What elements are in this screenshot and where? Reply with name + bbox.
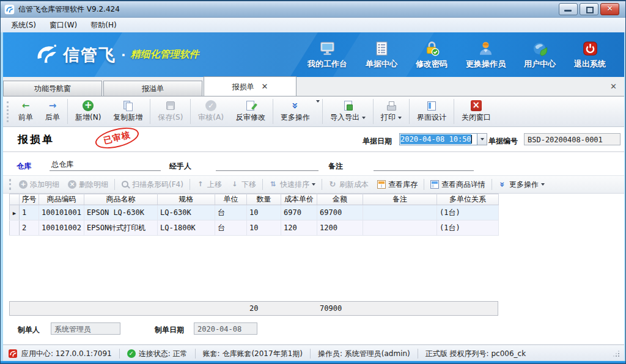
- move-down-button: 下移: [226, 180, 260, 190]
- menu-window[interactable]: 窗口(W): [43, 18, 84, 32]
- resize-grip[interactable]: [613, 351, 619, 357]
- tab-loss-order[interactable]: 报损单 ✕: [204, 76, 296, 96]
- account-set-text: 账套: 仓库账套(2017年第1期): [203, 349, 303, 359]
- chevron-down-icon: [481, 138, 484, 142]
- user-center-button[interactable]: 用户中心: [524, 40, 556, 70]
- quick-sort-icon: [269, 180, 278, 189]
- close-window-button[interactable]: 关闭窗口: [455, 98, 497, 125]
- menu-bar: 系统(S) 窗口(W) 帮助(H): [1, 18, 625, 32]
- dropdown-caret-icon: [541, 183, 545, 187]
- toolbar-separator: [322, 99, 323, 124]
- document-center-button[interactable]: 单据中心: [366, 40, 397, 70]
- view-stock-button[interactable]: 查看库存: [373, 180, 422, 190]
- unaudit-button[interactable]: 反审修改: [230, 98, 271, 125]
- add-detail-icon: [19, 180, 28, 189]
- brand-banner: 信管飞 · 精细化管理软件 我的工作台: [3, 32, 624, 77]
- move-down-icon: [230, 180, 239, 189]
- tab-close-icon[interactable]: ✕: [262, 82, 268, 90]
- app-center-logo-icon: [8, 349, 18, 359]
- brand-name: 信管飞: [63, 44, 116, 66]
- my-workbench-button[interactable]: 我的工作台: [307, 40, 347, 70]
- warehouse-input[interactable]: 总仓库: [50, 159, 161, 171]
- brand-swoosh-icon: [35, 43, 58, 67]
- col-qty: 数量: [247, 194, 281, 205]
- col-code: 商品编码: [39, 194, 84, 205]
- detail-toolbar: 添加明细 删除明细 扫描条形码(F4) 上移 下移 快速排序 刷新成本 查看库存…: [3, 175, 624, 194]
- close-button[interactable]: ✕: [600, 3, 619, 15]
- col-seq: 序号: [20, 194, 39, 205]
- save-button: 保存(S): [152, 98, 189, 125]
- toolbar-separator: [190, 99, 191, 124]
- dropdown-caret-icon: [362, 117, 366, 121]
- switch-operator-user-icon: [477, 40, 494, 57]
- menu-help[interactable]: 帮助(H): [84, 18, 123, 32]
- remark-label: 备注: [328, 161, 343, 172]
- statusbar-separator: [310, 349, 311, 359]
- more-ops-chevron-icon: [498, 180, 507, 189]
- grid-row-2[interactable]: 2 100101002 EPSON针式打印机 LQ-1800K 台 10 120…: [10, 220, 499, 236]
- add-detail-button: 添加明细: [15, 180, 64, 190]
- import-export-button[interactable]: 导入导出: [324, 98, 372, 125]
- detail-toolbar-separator: [424, 179, 424, 190]
- remark-input[interactable]: [374, 159, 474, 171]
- prev-doc-button[interactable]: 前单: [12, 98, 39, 125]
- import-export-icon: [342, 100, 353, 111]
- view-stock-grid-icon: [377, 180, 386, 189]
- detail-more-operations-button[interactable]: 更多操作: [494, 180, 549, 190]
- toolbar-separator: [409, 99, 410, 124]
- view-product-detail-icon: [430, 180, 439, 189]
- quick-sort-button: 快速排序: [265, 180, 320, 190]
- view-product-detail-button[interactable]: 查看商品详情: [426, 180, 490, 190]
- minimize-button[interactable]: [559, 3, 578, 15]
- change-password-button[interactable]: 修改密码: [416, 40, 447, 70]
- more-operations-button[interactable]: 更多操作: [274, 98, 316, 125]
- audit-check-icon: [205, 100, 216, 111]
- maker-label: 制单人: [18, 325, 40, 335]
- user-center-globe-icon: [532, 40, 548, 57]
- tab-function-nav[interactable]: 功能导航窗: [3, 81, 102, 96]
- next-arrow-icon: [47, 100, 58, 111]
- maker-field: 系统管理员: [51, 322, 120, 335]
- delete-detail-button: 删除明细: [64, 180, 112, 190]
- grid-row-1[interactable]: ▶ 1 100101001 EPSON LQ-630K LQ-630K 台 10…: [10, 205, 499, 220]
- delete-detail-icon: [68, 180, 76, 189]
- doc-date-input[interactable]: 2020-04-08 10:50: [399, 133, 477, 145]
- make-date-label: 制单日期: [155, 325, 184, 335]
- menu-system[interactable]: 系统(S): [4, 18, 43, 32]
- move-up-icon: [196, 180, 205, 189]
- toolbar-overflow-icon[interactable]: [316, 100, 320, 104]
- change-password-lock-icon: [424, 40, 440, 57]
- restore-button[interactable]: [580, 3, 598, 15]
- statusbar-separator: [119, 349, 120, 359]
- col-spec: 规格: [158, 194, 215, 205]
- text-cursor: [471, 135, 472, 144]
- ui-design-button[interactable]: 界面设计: [411, 98, 452, 125]
- detail-grid: 序号 商品编码 商品名称 规格 单位 数量 成本单价 金额 备注 多单位关系 ▶…: [9, 194, 499, 236]
- dropdown-caret-icon: [312, 183, 315, 187]
- dropdown-caret-icon: [398, 117, 402, 121]
- copy-new-button[interactable]: 复制新增: [107, 98, 149, 125]
- doc-date-label: 单据日期: [363, 136, 392, 147]
- add-new-button[interactable]: 新增(N): [69, 98, 107, 125]
- doc-no-label: 单据编号: [488, 136, 518, 147]
- detail-toolbar-separator: [114, 179, 115, 190]
- handler-input[interactable]: [216, 159, 319, 171]
- col-price: 成本单价: [281, 194, 317, 205]
- tabstrip-close-icon[interactable]: ✕: [610, 82, 617, 90]
- tab-overflow-order[interactable]: 报溢单: [103, 81, 202, 96]
- exit-system-button[interactable]: 退出系统: [574, 40, 606, 70]
- audit-button: 审核(A): [192, 98, 230, 125]
- print-button[interactable]: 打印: [375, 98, 408, 125]
- next-doc-button[interactable]: 后单: [39, 98, 66, 125]
- copy-new-icon: [122, 100, 133, 111]
- connection-status-text: 连接状态: 正常: [139, 349, 188, 359]
- more-ops-chevron-icon: [290, 100, 301, 111]
- switch-operator-button[interactable]: 更换操作员: [466, 40, 506, 70]
- doc-date-dropdown-button[interactable]: [477, 133, 487, 145]
- main-toolbar: 前单 后单 新增(N) 复制新增 保存(S) 审核(A) 反审修改: [3, 96, 624, 127]
- brand-tagline: 精细化管理软件: [131, 48, 199, 61]
- current-row-indicator-icon: ▶: [13, 210, 16, 216]
- scan-barcode-button: 扫描条形码(F4): [117, 180, 188, 190]
- grid-header-row: 序号 商品编码 商品名称 规格 单位 数量 成本单价 金额 备注 多单位关系: [10, 194, 499, 205]
- grid-totals-row: 20 70900: [9, 301, 498, 316]
